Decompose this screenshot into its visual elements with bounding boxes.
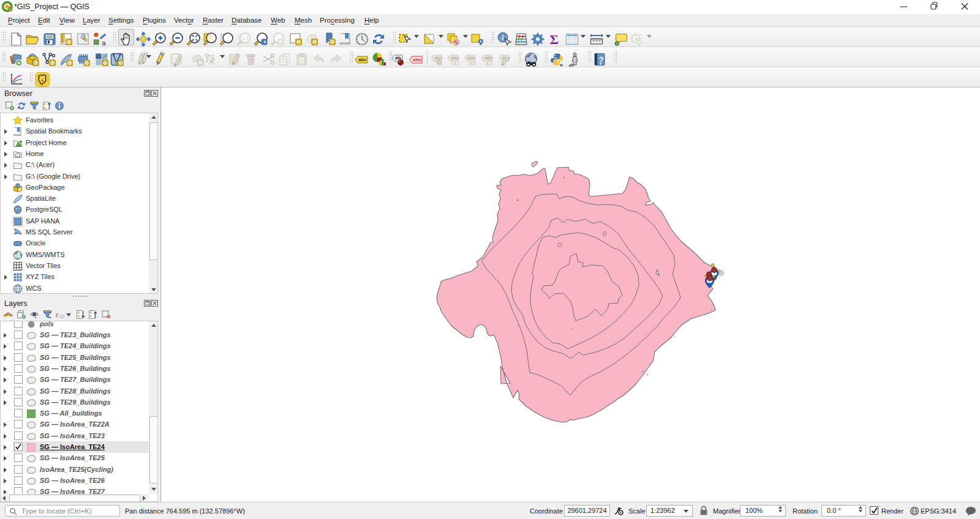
svg-text:abc: abc	[451, 55, 459, 61]
svg-text:abc: abc	[413, 57, 421, 62]
svg-text:Σ: Σ	[550, 32, 559, 47]
svg-text:a: a	[102, 39, 107, 47]
svg-text:?: ?	[599, 55, 604, 64]
svg-text:1:1: 1:1	[243, 35, 249, 41]
svg-text:ε: ε	[56, 310, 59, 319]
svg-text:abc: abc	[358, 57, 367, 62]
